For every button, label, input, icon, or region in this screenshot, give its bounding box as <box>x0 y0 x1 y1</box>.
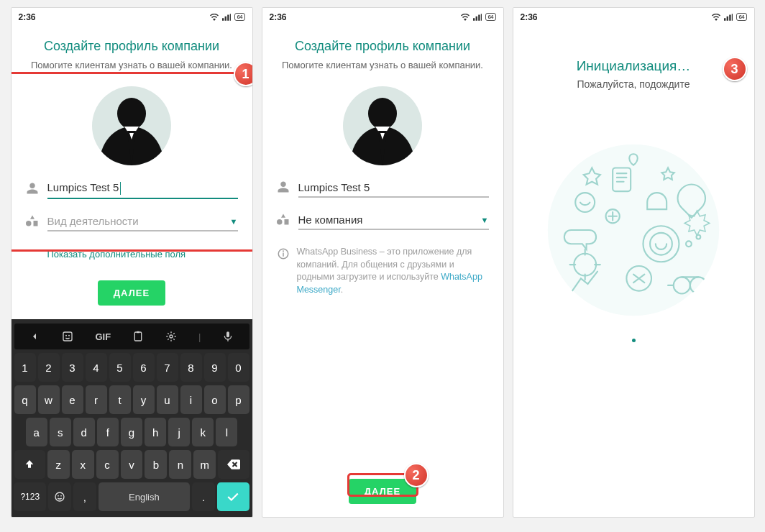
key-0[interactable]: 0 <box>228 353 249 382</box>
page-title: Создайте профиль компании <box>262 39 503 54</box>
battery-icon: 64 <box>234 13 245 21</box>
key-4[interactable]: 4 <box>86 353 107 382</box>
svg-rect-4 <box>134 332 141 341</box>
loading-illustration <box>513 140 754 320</box>
kb-row-2: a s d f g h j k l <box>14 418 249 446</box>
company-avatar[interactable] <box>343 86 422 165</box>
key-c[interactable]: c <box>96 450 119 479</box>
activity-value: Не компания <box>298 214 363 226</box>
svg-rect-7 <box>226 331 229 337</box>
page-title: Создайте профиль компании <box>12 39 252 54</box>
status-icons: 64 <box>210 13 245 21</box>
next-button-wrap: ДАЛЕЕ <box>26 280 238 306</box>
key-1[interactable]: 1 <box>14 353 36 382</box>
status-icons: 64 <box>461 13 496 21</box>
key-l[interactable]: l <box>216 418 237 446</box>
key-u[interactable]: u <box>157 385 178 414</box>
key-comma[interactable]: , <box>73 482 96 511</box>
key-j[interactable]: j <box>168 418 190 446</box>
kb-number-row: 1 2 3 4 5 6 7 8 9 0 <box>14 353 249 382</box>
key-s[interactable]: s <box>50 418 71 446</box>
chevron-down-icon: ▼ <box>230 217 238 226</box>
company-name-input[interactable]: Lumpics Test 5 <box>47 178 238 199</box>
key-3[interactable]: 3 <box>62 353 83 382</box>
key-i[interactable]: i <box>180 385 202 414</box>
svg-rect-1 <box>63 332 72 341</box>
key-x[interactable]: x <box>72 450 94 479</box>
key-r[interactable]: r <box>86 385 107 414</box>
activity-dropdown[interactable]: Не компания ▼ <box>298 211 489 230</box>
key-space[interactable]: English <box>99 482 190 511</box>
company-name-value: Lumpics Test 5 <box>298 181 370 193</box>
kb-row-3: z x c v b n m <box>14 450 249 479</box>
init-title: Инициализация… <box>513 58 754 74</box>
key-o[interactable]: o <box>204 385 226 414</box>
category-icon <box>277 213 291 230</box>
key-8[interactable]: 8 <box>180 353 202 382</box>
kb-gif-button[interactable]: GIF <box>95 331 111 342</box>
kb-mic-icon[interactable] <box>222 331 234 342</box>
key-d[interactable]: d <box>73 418 95 446</box>
kb-row-1: q w e r t y u i o p <box>14 385 249 414</box>
kb-collapse-icon[interactable] <box>29 331 40 342</box>
key-m[interactable]: m <box>193 450 216 479</box>
info-text: WhatsApp Business – это приложение для к… <box>297 246 487 296</box>
key-symbols[interactable]: ?123 <box>14 482 46 511</box>
info-icon <box>277 246 290 296</box>
key-f[interactable]: f <box>97 418 119 446</box>
battery-icon: 64 <box>485 13 496 21</box>
svg-point-10 <box>60 495 62 497</box>
key-a[interactable]: a <box>26 418 47 446</box>
key-period[interactable]: . <box>192 482 215 511</box>
key-n[interactable]: n <box>169 450 191 479</box>
key-backspace[interactable] <box>218 450 249 479</box>
status-bar: 2:36 64 <box>513 8 754 26</box>
key-emoji[interactable] <box>48 482 71 511</box>
wifi-icon <box>461 14 469 21</box>
key-enter[interactable] <box>217 482 249 511</box>
step-badge-1: 1 <box>234 62 253 86</box>
key-w[interactable]: w <box>38 385 60 414</box>
key-e[interactable]: e <box>62 385 83 414</box>
backspace-icon <box>227 459 240 469</box>
key-6[interactable]: 6 <box>133 353 155 382</box>
key-9[interactable]: 9 <box>204 353 226 382</box>
key-2[interactable]: 2 <box>38 353 60 382</box>
show-more-link[interactable]: Показать дополнительные поля <box>47 249 186 260</box>
company-name-row: Lumpics Test 5 <box>277 178 489 198</box>
key-y[interactable]: y <box>133 385 155 414</box>
key-p[interactable]: p <box>228 385 249 414</box>
phone-screen-2: 2:36 64 Создайте профиль компании Помоги… <box>262 7 504 518</box>
profile-form: Lumpics Test 5 Не компания ▼ WhatsApp Bu… <box>262 70 503 479</box>
company-avatar[interactable] <box>92 86 171 165</box>
kb-clipboard-icon[interactable] <box>132 331 144 342</box>
key-g[interactable]: g <box>121 418 142 446</box>
svg-point-9 <box>58 495 59 497</box>
svg-point-6 <box>170 335 173 338</box>
key-h[interactable]: h <box>145 418 166 446</box>
key-5[interactable]: 5 <box>109 353 131 382</box>
key-7[interactable]: 7 <box>157 353 178 382</box>
key-k[interactable]: k <box>192 418 214 446</box>
key-q[interactable]: q <box>14 385 36 414</box>
kb-sticker-icon[interactable] <box>62 331 73 342</box>
person-icon <box>26 182 40 199</box>
activity-dropdown[interactable]: Вид деятельности ▼ <box>47 212 238 231</box>
wifi-icon <box>210 14 219 21</box>
soft-keyboard[interactable]: GIF | 1 2 3 4 5 6 7 8 9 0 q w e r t y u … <box>12 319 252 517</box>
status-icons: 64 <box>712 13 747 21</box>
key-b[interactable]: b <box>145 450 167 479</box>
wifi-icon <box>712 14 720 21</box>
key-z[interactable]: z <box>47 450 70 479</box>
key-v[interactable]: v <box>121 450 143 479</box>
company-name-input[interactable]: Lumpics Test 5 <box>298 178 489 198</box>
company-name-value: Lumpics Test 5 <box>47 181 122 195</box>
svg-rect-5 <box>137 331 139 334</box>
activity-row: Не компания ▼ <box>277 211 489 230</box>
key-t[interactable]: t <box>109 385 131 414</box>
phone-screen-1: 2:36 64 Создайте профиль компании Помоги… <box>11 7 253 518</box>
kb-settings-icon[interactable] <box>165 331 177 342</box>
status-time: 2:36 <box>19 12 36 22</box>
key-shift[interactable] <box>14 450 45 479</box>
next-button[interactable]: ДАЛЕЕ <box>98 280 165 306</box>
